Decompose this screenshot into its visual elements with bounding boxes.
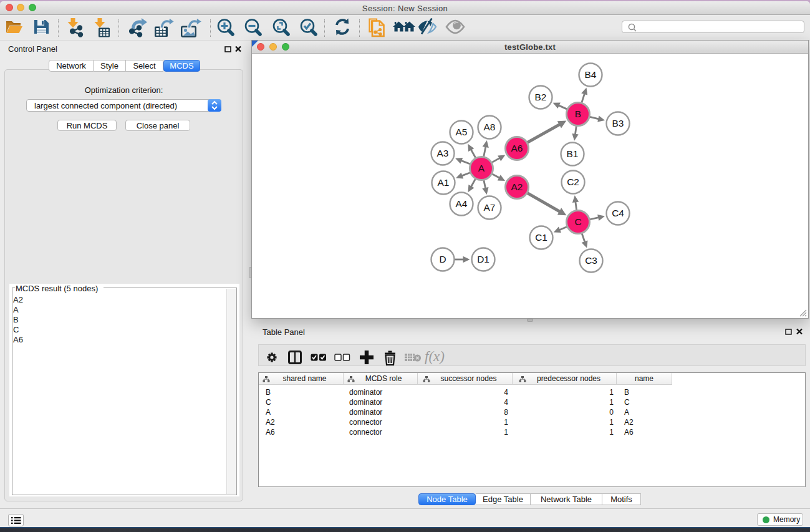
svg-text:B4: B4 bbox=[585, 69, 597, 80]
svg-text:B3: B3 bbox=[612, 118, 624, 128]
svg-text:A2: A2 bbox=[511, 181, 523, 192]
svg-text:A4: A4 bbox=[456, 198, 468, 209]
svg-text:A6: A6 bbox=[511, 143, 523, 153]
svg-text:D: D bbox=[439, 254, 446, 264]
svg-text:C2: C2 bbox=[567, 177, 579, 187]
svg-text:A7: A7 bbox=[484, 202, 496, 213]
svg-text:B: B bbox=[575, 109, 581, 119]
svg-text:C: C bbox=[574, 216, 581, 227]
svg-text:B1: B1 bbox=[567, 148, 579, 159]
svg-text:C3: C3 bbox=[585, 255, 597, 266]
svg-text:A8: A8 bbox=[484, 122, 496, 132]
svg-text:A1: A1 bbox=[438, 177, 450, 188]
svg-text:C1: C1 bbox=[535, 232, 547, 243]
svg-text:A3: A3 bbox=[437, 148, 449, 158]
svg-text:D1: D1 bbox=[477, 254, 489, 264]
svg-text:C4: C4 bbox=[612, 208, 624, 218]
svg-text:A5: A5 bbox=[456, 127, 468, 137]
svg-text:A: A bbox=[478, 163, 485, 173]
svg-text:B2: B2 bbox=[535, 92, 547, 102]
